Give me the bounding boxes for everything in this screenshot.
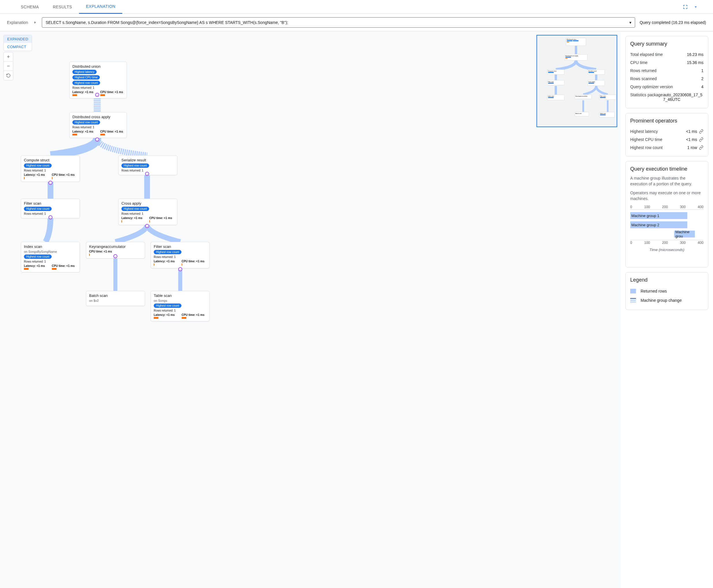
node-rows: Rows returned: 1 bbox=[154, 255, 206, 258]
node-distributed-cross-apply[interactable]: Distributed cross apply Highest row coun… bbox=[69, 112, 127, 138]
stat-cpu: CPU time: <1 ms bbox=[149, 216, 172, 219]
tick: 400 bbox=[698, 241, 704, 245]
node-title: Cross apply bbox=[121, 201, 174, 206]
link-icon[interactable] bbox=[699, 137, 704, 142]
node-rows: Rows returned: 1 bbox=[121, 169, 174, 172]
port-icon: ⌄ bbox=[145, 224, 149, 228]
badge-rows: Highest row count bbox=[154, 250, 181, 254]
kv-key: Rows returned bbox=[630, 68, 656, 73]
badge-rows: Highest row count bbox=[154, 303, 181, 308]
badge-rows: Highest row count bbox=[24, 207, 52, 211]
kv-value: 2 bbox=[701, 77, 704, 81]
node-title: Serialize result bbox=[121, 158, 174, 162]
stat-latency: Latency: <1 ms bbox=[24, 264, 45, 268]
panel-title: Query summary bbox=[630, 41, 704, 47]
stat-cpu: CPU time: <1 ms bbox=[52, 264, 75, 268]
tick: 200 bbox=[662, 205, 668, 209]
legend-swatch-hatched bbox=[630, 298, 636, 303]
node-cross-apply[interactable]: Cross apply Highest row count Rows retur… bbox=[118, 198, 177, 225]
query-selector[interactable]: SELECT s.SongName, s.Duration FROM Songs… bbox=[42, 17, 635, 28]
timeline-chart: 0 100 200 300 400 Machine group 1 Machin… bbox=[630, 205, 704, 262]
timeline-desc-1: A machine group illustrates the executio… bbox=[630, 175, 704, 187]
node-rows: Rows returned: 1 bbox=[73, 126, 124, 129]
explanation-label: Explanation bbox=[7, 20, 28, 25]
node-filter-scan-2[interactable]: Filter scan Highest row count Rows retur… bbox=[150, 242, 210, 268]
zoom-controls: + − bbox=[3, 52, 13, 80]
legend-swatch-solid bbox=[630, 289, 636, 293]
badge-rows: Highest row count bbox=[73, 81, 100, 85]
timeline-xlabel: Time (microseconds) bbox=[630, 248, 704, 252]
sidebar: Query summary Total elapsed time16.23 ms… bbox=[621, 31, 713, 588]
link-icon[interactable] bbox=[699, 145, 704, 150]
tick: 100 bbox=[644, 241, 650, 245]
view-expanded[interactable]: EXPANDED bbox=[4, 35, 32, 43]
kv-value: 15.36 ms bbox=[687, 60, 704, 65]
stat-latency: Latency: <1 ms bbox=[154, 313, 175, 316]
node-title: Distributed cross apply bbox=[73, 115, 124, 119]
tab-schema[interactable]: SCHEMA bbox=[14, 0, 46, 14]
panel-prominent-operators: Prominent operators Highest latency<1 ms… bbox=[625, 113, 708, 156]
legend-label: Returned rows bbox=[640, 289, 667, 293]
tick: 0 bbox=[630, 241, 632, 245]
port-icon: ⌄ bbox=[145, 172, 149, 176]
kv-key: Highest row count bbox=[630, 145, 663, 150]
kv-key: Statistics package bbox=[630, 92, 663, 102]
minimap[interactable]: Distributed union Distributed cross appl… bbox=[536, 35, 617, 127]
stat-cpu: CPU time: <1 ms bbox=[100, 130, 123, 133]
tab-bar: SCHEMA RESULTS EXPLANATION bbox=[0, 0, 713, 14]
badge-rows: Highest row count bbox=[24, 164, 52, 168]
timeline-bar[interactable]: Machine group 2 bbox=[630, 222, 687, 228]
timeline-bar[interactable]: Machine grou bbox=[674, 231, 695, 237]
zoom-in-button[interactable]: + bbox=[4, 52, 13, 62]
kv-key: CPU time bbox=[630, 60, 648, 65]
tab-explanation[interactable]: EXPLANATION bbox=[79, 0, 123, 14]
kv-value: 1 bbox=[701, 68, 704, 73]
fullscreen-icon[interactable] bbox=[682, 3, 689, 10]
node-index-scan[interactable]: Index scan on SongsBySongName Highest ro… bbox=[21, 242, 80, 272]
stat-latency: Latency: <1 ms bbox=[24, 173, 45, 176]
plan-canvas[interactable]: EXPANDED COMPACT + − Distributed union D… bbox=[0, 31, 621, 588]
zoom-reset-button[interactable] bbox=[4, 71, 13, 80]
port-icon: ⌄ bbox=[48, 181, 53, 185]
expand-icon[interactable] bbox=[692, 3, 699, 10]
kv-key: Rows scanned bbox=[630, 77, 657, 81]
panel-legend: Legend Returned rows Machine group chang… bbox=[625, 272, 708, 310]
view-toggle: EXPANDED COMPACT bbox=[3, 35, 32, 51]
panel-timeline: Query execution timeline A machine group… bbox=[625, 161, 708, 268]
chevron-right-icon bbox=[33, 20, 37, 25]
tick: 200 bbox=[662, 241, 668, 245]
node-sub: on Songs bbox=[154, 299, 206, 302]
node-title: Compute struct bbox=[24, 158, 77, 162]
badge-rows: Highest row count bbox=[73, 120, 100, 125]
stat-latency: Latency: <1 ms bbox=[154, 260, 175, 263]
badge-rows: Highest row count bbox=[121, 164, 149, 168]
link-icon[interactable] bbox=[699, 129, 704, 134]
kv-value: 1 row bbox=[687, 145, 697, 150]
node-compute-struct[interactable]: Compute struct Highest row count Rows re… bbox=[21, 155, 80, 182]
port-icon: ⌄ bbox=[95, 93, 99, 97]
stat-cpu: CPU time: <1 ms bbox=[89, 250, 112, 253]
node-rows: Rows returned: 1 bbox=[154, 309, 206, 312]
badge-latency: Highest latency bbox=[73, 70, 97, 74]
query-text: SELECT s.SongName, s.Duration FROM Songs… bbox=[45, 20, 288, 25]
zoom-out-button[interactable]: − bbox=[4, 62, 13, 71]
dropdown-arrow-icon: ▾ bbox=[629, 20, 631, 25]
tick: 0 bbox=[630, 205, 632, 209]
stat-cpu: CPU time: <1 ms bbox=[182, 313, 204, 316]
node-table-scan[interactable]: Table scan on Songs Highest row count Ro… bbox=[150, 291, 210, 321]
tab-results[interactable]: RESULTS bbox=[46, 0, 79, 14]
node-batch-scan[interactable]: Batch scan on $v2 bbox=[86, 291, 145, 306]
legend-label: Machine group change bbox=[640, 298, 681, 303]
query-status: Query completed (16.23 ms elapsed) bbox=[640, 20, 706, 25]
tick: 300 bbox=[680, 205, 686, 209]
port-icon: ⌄ bbox=[113, 254, 117, 258]
node-sub: on SongsBySongName bbox=[24, 250, 77, 253]
stat-cpu: CPU time: <1 ms bbox=[182, 260, 204, 263]
node-title: Batch scan bbox=[89, 293, 142, 298]
timeline-bar[interactable]: Machine group 1 bbox=[630, 212, 687, 219]
kv-key: Total elapsed time bbox=[630, 52, 663, 57]
badge-cpu: Highest CPU time bbox=[73, 75, 100, 80]
view-compact[interactable]: COMPACT bbox=[4, 43, 32, 51]
stat-latency: Latency: <1 ms bbox=[73, 130, 94, 133]
node-title: Filter scan bbox=[154, 245, 206, 249]
